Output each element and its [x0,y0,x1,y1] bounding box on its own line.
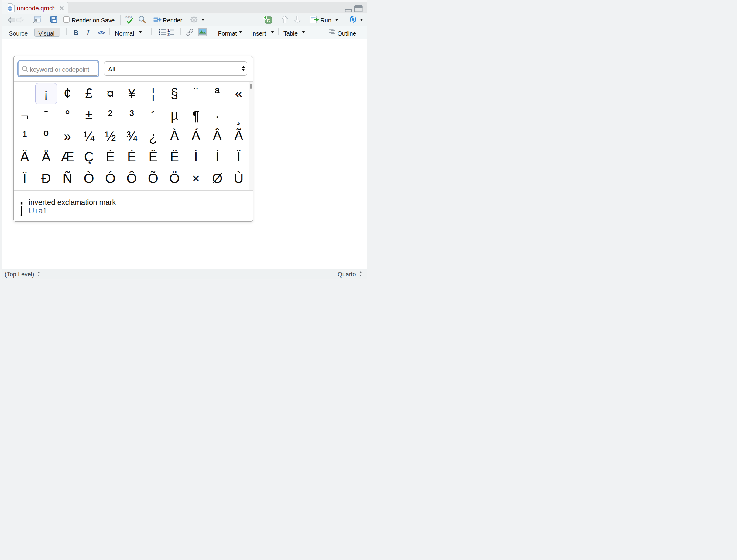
svg-text:2: 2 [167,32,170,37]
svg-text:1: 1 [167,28,170,33]
svg-text:C: C [267,18,270,23]
